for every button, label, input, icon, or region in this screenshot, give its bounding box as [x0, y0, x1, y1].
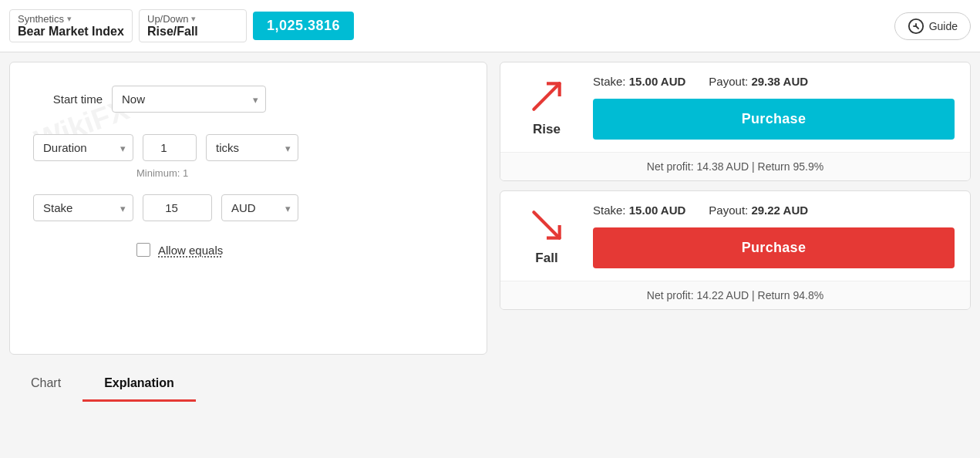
- currency-select[interactable]: AUD: [221, 194, 298, 221]
- fall-label: Fall: [535, 251, 557, 266]
- rise-trade-info: Stake: 15.00 AUD Payout: 29.38 AUD Purch…: [593, 75, 955, 140]
- start-time-row: Start time Now: [33, 86, 463, 113]
- start-time-select[interactable]: Now: [112, 86, 266, 113]
- stake-row: Stake AUD: [33, 194, 463, 221]
- rise-payout-value: 29.38 AUD: [751, 75, 808, 88]
- market-selector[interactable]: Synthetics ▾ Bear Market Index: [9, 9, 133, 42]
- svg-line-3: [534, 83, 559, 109]
- left-panel: WikiFX Start time Now Duration ticks: [9, 62, 487, 355]
- rise-net-profit: Net profit: 14.38 AUD | Return 95.9%: [500, 152, 970, 180]
- tab-explanation[interactable]: Explanation: [83, 367, 196, 402]
- rise-arrow-icon: [527, 77, 566, 116]
- rise-stake-payout: Stake: 15.00 AUD Payout: 29.38 AUD: [593, 75, 955, 88]
- guide-icon: [908, 18, 924, 35]
- svg-line-4: [534, 212, 559, 237]
- risefall-label: Rise/Fall: [147, 25, 238, 39]
- rise-purchase-button[interactable]: Purchase: [593, 99, 955, 140]
- currency-wrapper[interactable]: AUD: [221, 194, 298, 221]
- fall-trade-info: Stake: 15.00 AUD Payout: 29.22 AUD Purch…: [593, 204, 955, 268]
- fall-card-inner: Fall Stake: 15.00 AUD Payout: 29.22 AUD …: [500, 191, 970, 281]
- fall-stake-text: Stake: 15.00 AUD: [593, 204, 685, 217]
- rise-icon-area: Rise: [516, 77, 578, 137]
- fall-card: Fall Stake: 15.00 AUD Payout: 29.22 AUD …: [500, 190, 971, 310]
- fall-net-profit: Net profit: 14.22 AUD | Return 94.8%: [500, 281, 970, 309]
- fall-icon-area: Fall: [516, 206, 578, 266]
- start-time-label: Start time: [33, 93, 103, 106]
- fall-payout-text: Payout: 29.22 AUD: [709, 204, 808, 217]
- guide-button[interactable]: Guide: [894, 12, 971, 40]
- stake-type-select[interactable]: Stake: [33, 194, 133, 221]
- stake-type-wrapper[interactable]: Stake: [33, 194, 133, 221]
- allow-equals-label: Allow equals: [158, 244, 223, 257]
- duration-input[interactable]: [143, 134, 197, 161]
- top-bar: Synthetics ▾ Bear Market Index Up/Down ▾…: [0, 0, 980, 52]
- duration-row: Duration ticks: [33, 134, 463, 161]
- rise-card: Rise Stake: 15.00 AUD Payout: 29.38 AUD …: [500, 62, 971, 181]
- duration-type-select[interactable]: Duration: [33, 134, 133, 161]
- updown-label: Up/Down ▾: [147, 13, 238, 25]
- fall-stake-payout: Stake: 15.00 AUD Payout: 29.22 AUD: [593, 204, 955, 217]
- guide-label: Guide: [929, 20, 958, 32]
- bottom-tabs: Chart Explanation: [0, 367, 980, 403]
- fall-arrow-icon: [527, 206, 566, 244]
- rise-stake-value: 15.00 AUD: [629, 75, 686, 88]
- allow-equals-checkbox[interactable]: [136, 243, 150, 257]
- market-name: Bear Market Index: [18, 25, 124, 39]
- trade-type-selector[interactable]: Up/Down ▾ Rise/Fall: [139, 9, 247, 42]
- stake-input[interactable]: [143, 194, 212, 221]
- fall-purchase-button[interactable]: Purchase: [593, 227, 955, 268]
- price-badge: 1,025.3816: [253, 12, 354, 40]
- rise-payout-text: Payout: 29.38 AUD: [709, 75, 808, 88]
- duration-unit-wrapper[interactable]: ticks: [206, 134, 298, 161]
- fall-stake-value: 15.00 AUD: [629, 204, 686, 217]
- right-panel: Rise Stake: 15.00 AUD Payout: 29.38 AUD …: [500, 62, 971, 355]
- minimum-text: Minimum: 1: [136, 167, 463, 179]
- tab-chart[interactable]: Chart: [9, 367, 83, 402]
- start-time-select-wrapper[interactable]: Now: [112, 86, 266, 113]
- duration-type-wrapper[interactable]: Duration: [33, 134, 133, 161]
- rise-stake-text: Stake: 15.00 AUD: [593, 75, 685, 88]
- allow-equals-row: Allow equals: [136, 243, 463, 257]
- fall-payout-value: 29.22 AUD: [751, 204, 808, 217]
- main-content: WikiFX Start time Now Duration ticks: [0, 52, 980, 355]
- rise-card-inner: Rise Stake: 15.00 AUD Payout: 29.38 AUD …: [500, 62, 970, 152]
- updown-dropdown-arrow: ▾: [191, 14, 196, 24]
- duration-unit-select[interactable]: ticks: [206, 134, 298, 161]
- synthetics-label: Synthetics ▾: [18, 13, 124, 25]
- synthetics-dropdown-arrow: ▾: [67, 14, 72, 24]
- rise-label: Rise: [533, 122, 561, 137]
